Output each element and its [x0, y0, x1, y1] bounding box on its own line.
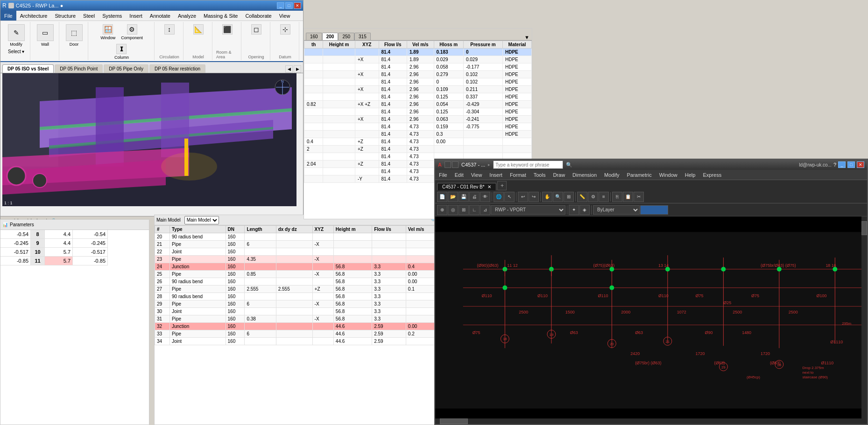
- scrollbar-thumb-v[interactable]: [861, 221, 867, 235]
- acad-pan-btn[interactable]: ✋: [542, 192, 552, 202]
- acad-menu-format[interactable]: Format: [506, 171, 530, 179]
- acad-layers-btn[interactable]: ≡: [599, 192, 609, 202]
- acad-color-dropdown[interactable]: ByLayer: [593, 205, 640, 215]
- data-row-selected[interactable]: 81.4 1.89 0.183 0 HDPE: [304, 49, 532, 56]
- acad-measure-btn[interactable]: 📏: [577, 192, 587, 202]
- tab-scroll-left[interactable]: ◀: [285, 65, 293, 73]
- data-row[interactable]: 81.4 4.73 0.159 -0.775 HDPE: [304, 123, 532, 131]
- table-row[interactable]: 22 Joint 160: [155, 248, 438, 256]
- table-row[interactable]: 23 Pipe 160 4.35 -X: [155, 256, 438, 263]
- acad-isolate-btn[interactable]: ◈: [579, 205, 590, 215]
- tab-160[interactable]: 160: [306, 33, 322, 40]
- acad-zoom-extents-btn[interactable]: ⊞: [564, 192, 574, 202]
- data-row[interactable]: 0.82 +X +Z 81.4 2.96 0.054 -0.429 HDPE: [304, 101, 532, 108]
- menu-structure[interactable]: Structure: [51, 11, 79, 21]
- component-button[interactable]: ⚙ Component: [119, 23, 145, 42]
- wall-button[interactable]: ▭ Wall: [35, 23, 56, 48]
- acad-osnap-btn[interactable]: ◎: [448, 205, 458, 215]
- table-row[interactable]: 34 Joint 160 44.6 2.59: [155, 338, 438, 345]
- menu-massing[interactable]: Massing & Site: [200, 11, 241, 21]
- acad-copy-btn[interactable]: ⎘: [612, 192, 622, 202]
- table-row-junction-24[interactable]: 24 Junction 160 56.8 3.3 0.4: [155, 263, 438, 271]
- table-row[interactable]: 30 Joint 160 56.8 3.3: [155, 308, 438, 315]
- acad-polar-btn[interactable]: ⊿: [480, 205, 490, 215]
- table-row[interactable]: 20 90 radius bend 160: [155, 233, 438, 241]
- acad-minimize[interactable]: _: [838, 161, 846, 168]
- acad-paste-btn[interactable]: 📋: [623, 192, 633, 202]
- menu-file[interactable]: File: [0, 11, 16, 21]
- acad-plot-btn[interactable]: 🖨: [469, 192, 480, 202]
- menu-architecture[interactable]: Architecture: [16, 11, 51, 21]
- table-row[interactable]: 31 Pipe 160 0.38 -X 56.8 3.3: [155, 315, 438, 323]
- acad-ortho-btn[interactable]: ∟: [469, 205, 480, 215]
- menu-annotate[interactable]: Annotate: [146, 11, 174, 21]
- acad-preview-btn[interactable]: 👁: [480, 192, 490, 202]
- menu-steel[interactable]: Steel: [79, 11, 99, 21]
- menu-systems[interactable]: Systems: [99, 11, 126, 21]
- menu-analyze[interactable]: Analyze: [174, 11, 200, 21]
- acad-zoom-btn[interactable]: 🔍: [553, 192, 563, 202]
- acad-menu-window[interactable]: Window: [656, 171, 681, 179]
- acad-tab-close[interactable]: ✕: [487, 184, 491, 189]
- acad-menu-draw[interactable]: Draw: [549, 171, 569, 179]
- data-table-scroll-v[interactable]: ▼: [524, 35, 530, 40]
- acad-maximize[interactable]: □: [847, 161, 855, 168]
- acad-menu-insert[interactable]: Insert: [486, 171, 506, 179]
- acad-save-btn[interactable]: 💾: [459, 192, 469, 202]
- acad-new-btn[interactable]: 📄: [437, 192, 447, 202]
- model-button[interactable]: 📐: [190, 23, 207, 37]
- acad-help-icon[interactable]: ?: [833, 162, 836, 167]
- data-row[interactable]: +X 81.4 2.96 0.109 0.211 HDPE: [304, 86, 532, 93]
- data-row[interactable]: 81.4 2.96 0.058 -0.177 HDPE: [304, 63, 532, 71]
- acad-menu-help[interactable]: Help: [681, 171, 699, 179]
- acad-menu-modify[interactable]: Modify: [600, 171, 623, 179]
- acad-scrollbar-v[interactable]: [861, 216, 867, 424]
- close-button[interactable]: ✕: [294, 2, 301, 9]
- tab-dp05-rear[interactable]: DP 05 Rear restriction: [149, 64, 205, 73]
- tab-dp05-iso[interactable]: DP 05 ISO vs Steel: [2, 64, 54, 73]
- data-row[interactable]: +X 81.4 2.96 0.063 -0.241 HDPE: [304, 116, 532, 123]
- acad-snap-btn[interactable]: ⊕: [437, 205, 447, 215]
- pipe-model-selector[interactable]: Main Model: [184, 216, 219, 224]
- acad-menu-tools[interactable]: Tools: [530, 171, 550, 179]
- window-button[interactable]: 🪟 Window: [98, 23, 118, 42]
- acad-menu-express[interactable]: Express: [699, 171, 725, 179]
- acad-back-btn[interactable]: [445, 161, 451, 168]
- autocad-viewport[interactable]: (Ø90)(Ø63) 11 12 (Ø75)(Ø63) 13 14 (Ø75br…: [435, 216, 867, 424]
- acad-search-icon[interactable]: 🔍: [566, 162, 572, 168]
- acad-redo-btn[interactable]: ↪: [529, 192, 539, 202]
- autocad-search-input[interactable]: [493, 160, 563, 169]
- acad-matchprop-btn[interactable]: ✦: [569, 205, 579, 215]
- circulation-button[interactable]: ↕: [161, 23, 178, 37]
- table-row[interactable]: 29 Pipe 160 6 -X 56.8 3.3: [155, 300, 438, 308]
- acad-menu-view[interactable]: View: [467, 171, 486, 179]
- room-button[interactable]: ⬛: [219, 23, 236, 37]
- menu-collaborate[interactable]: Collaborate: [241, 11, 275, 21]
- opening-button[interactable]: ◻: [248, 23, 265, 37]
- door-button[interactable]: ⬚ Door: [64, 23, 85, 48]
- tab-scroll-right[interactable]: ▶: [294, 65, 301, 73]
- datum-button[interactable]: ⊹: [277, 23, 294, 37]
- acad-trim-btn[interactable]: ✂: [634, 192, 644, 202]
- table-row[interactable]: 33 Pipe 160 6 44.6 2.59 0.2: [155, 330, 438, 338]
- data-row[interactable]: 81.4 4.73 0.3 HDPE: [304, 131, 532, 138]
- acad-properties-btn[interactable]: ⚙: [588, 192, 598, 202]
- acad-color-swatch[interactable]: [640, 205, 668, 215]
- table-row-junction-32[interactable]: 32 Junction 160 44.6 2.59 0.00: [155, 323, 438, 330]
- data-row[interactable]: 0.4 +Z 81.4 4.73 0.00: [304, 138, 532, 146]
- acad-add-tab[interactable]: +: [497, 181, 507, 190]
- data-row[interactable]: 81.4 2.96 0 0.102 HDPE: [304, 78, 532, 86]
- table-row[interactable]: 25 Pipe 160 0.85 -X 56.8 3.3 0.00: [155, 271, 438, 278]
- acad-open-btn[interactable]: 📂: [448, 192, 458, 202]
- data-row[interactable]: +X 81.4 1.89 0.029 0.029 HDPE: [304, 56, 532, 63]
- maximize-button[interactable]: □: [285, 2, 293, 9]
- acad-fwd-btn[interactable]: [452, 161, 459, 168]
- tab-250[interactable]: 250: [338, 33, 354, 40]
- acad-menu-edit[interactable]: Edit: [451, 171, 467, 179]
- acad-undo-btn[interactable]: ↩: [518, 192, 528, 202]
- data-row[interactable]: 2 +Z 81.4 4.73: [304, 146, 532, 153]
- acad-grid-btn[interactable]: ⊞: [459, 205, 469, 215]
- tab-dp05-pinch[interactable]: DP 05 Pinch Point: [55, 64, 103, 73]
- scrollbar-thumb-h[interactable]: [440, 418, 468, 424]
- acad-menu-parametric[interactable]: Parametric: [623, 171, 655, 179]
